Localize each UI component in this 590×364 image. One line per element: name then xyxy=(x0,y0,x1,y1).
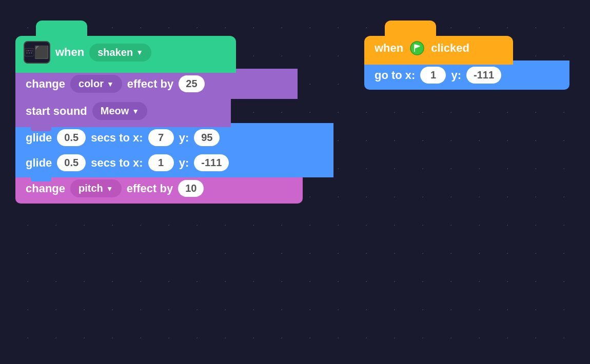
change-pitch-dropdown-label: pitch xyxy=(78,183,103,194)
svg-point-5 xyxy=(31,52,32,54)
block-change-pitch[interactable]: change pitch ▼ effect by 10 xyxy=(15,173,303,204)
change-color-label-change: change xyxy=(26,77,65,91)
start-sound-dropdown-label: Meow xyxy=(101,105,129,117)
glide2-secs-to-x-label: secs to x: xyxy=(91,156,143,170)
left-stack: when shaken ▼ change color ▼ effect by 2… xyxy=(15,36,333,204)
glide1-y-label: y: xyxy=(179,131,189,145)
glide2-y-label: y: xyxy=(179,156,189,170)
goto-x-value[interactable]: 1 xyxy=(420,67,446,84)
change-color-label-effect-by: effect by xyxy=(127,77,173,91)
start-sound-dropdown-arrow: ▼ xyxy=(132,107,139,115)
svg-rect-2 xyxy=(31,50,33,52)
change-pitch-label-change: change xyxy=(26,182,65,195)
glide1-x-value[interactable]: 7 xyxy=(148,129,174,146)
block-goto[interactable]: go to x: 1 y: -111 xyxy=(364,60,569,90)
glide1-label: glide xyxy=(26,131,52,145)
when-shaken-label-when: when xyxy=(55,46,84,59)
svg-rect-6 xyxy=(28,50,29,51)
change-color-value[interactable]: 25 xyxy=(179,75,204,92)
change-color-dropdown-label: color xyxy=(78,78,104,90)
block-change-color[interactable]: change color ▼ effect by 25 xyxy=(15,69,298,99)
svg-point-4 xyxy=(29,52,30,54)
flag-icon xyxy=(408,41,426,55)
start-sound-dropdown[interactable]: Meow ▼ xyxy=(92,102,147,120)
block-when-shaken[interactable]: when shaken ▼ xyxy=(15,36,236,73)
block-when-clicked[interactable]: when clicked xyxy=(364,36,513,65)
glide1-y-value[interactable]: 95 xyxy=(194,129,220,146)
right-stack: when clicked go to x: 1 y: -111 xyxy=(364,36,569,90)
glide2-label: glide xyxy=(26,156,52,170)
change-pitch-value[interactable]: 10 xyxy=(178,180,204,197)
when-clicked-label-when: when xyxy=(375,42,403,55)
block-glide-2[interactable]: glide 0.5 secs to x: 1 y: -111 xyxy=(15,148,333,177)
block-glide-1[interactable]: glide 0.5 secs to x: 7 y: 95 xyxy=(15,123,333,152)
svg-point-3 xyxy=(26,52,28,54)
glide1-secs-value[interactable]: 0.5 xyxy=(57,129,86,146)
svg-point-8 xyxy=(410,42,424,55)
when-shaken-dropdown[interactable]: shaken ▼ xyxy=(89,44,151,62)
start-sound-label: start sound xyxy=(26,105,87,118)
change-pitch-effect-by-label: effect by xyxy=(127,182,173,195)
when-shaken-dropdown-label: shaken xyxy=(97,47,133,58)
change-color-dropdown[interactable]: color ▼ xyxy=(70,75,122,93)
glide1-secs-to-x-label: secs to x: xyxy=(91,131,143,145)
microbit-icon xyxy=(24,41,50,64)
glide2-y-value[interactable]: -111 xyxy=(194,154,229,171)
change-color-dropdown-arrow: ▼ xyxy=(107,80,114,88)
change-pitch-dropdown-arrow: ▼ xyxy=(106,185,113,193)
svg-rect-7 xyxy=(30,50,31,51)
glide2-x-value[interactable]: 1 xyxy=(148,154,174,171)
glide2-secs-value[interactable]: 0.5 xyxy=(57,154,86,171)
goto-label-y: y: xyxy=(451,69,461,82)
svg-rect-1 xyxy=(26,50,28,52)
when-shaken-dropdown-arrow: ▼ xyxy=(136,48,143,56)
goto-label-go-to-x: go to x: xyxy=(375,69,415,82)
change-pitch-dropdown[interactable]: pitch ▼ xyxy=(70,179,122,197)
goto-y-value[interactable]: -111 xyxy=(466,67,501,84)
when-clicked-label-clicked: clicked xyxy=(431,42,469,55)
blocks-container: when shaken ▼ change color ▼ effect by 2… xyxy=(0,0,590,364)
